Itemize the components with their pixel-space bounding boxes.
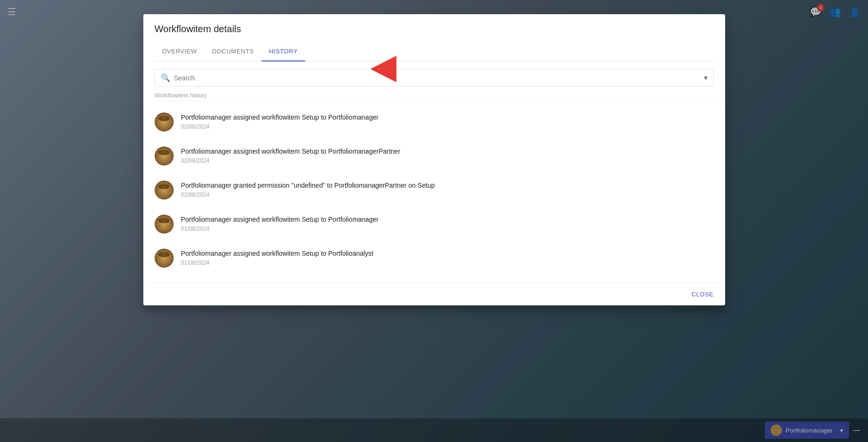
history-item-text: Portfoliomanager assigned workflowitem S… [181, 249, 714, 259]
dialog-header: Workflowitem details OVERVIEW DOCUMENTS … [143, 14, 725, 61]
avatar-image [155, 113, 174, 131]
search-bar[interactable]: 🔍 ▾ [155, 69, 714, 87]
list-item: Portfoliomanager assigned workflowitem S… [155, 241, 714, 275]
tab-documents[interactable]: DOCUMENTS [204, 42, 261, 61]
history-item-content: Portfoliomanager assigned workflowitem S… [181, 249, 714, 266]
history-item-text: Portfoliomanager assigned workflowitem S… [181, 215, 714, 225]
history-item-text: Portfoliomanager assigned workflowitem S… [181, 113, 714, 122]
tab-history[interactable]: HISTORY [262, 42, 306, 61]
tab-overview[interactable]: OVERVIEW [155, 42, 205, 61]
avatar [155, 147, 174, 165]
avatar-image [155, 215, 174, 234]
history-item-date: 02/08/2024 [181, 123, 714, 130]
history-item-date: 01/08/2024 [181, 225, 714, 232]
history-item-content: Portfoliomanager assigned workflowitem S… [181, 147, 714, 164]
list-item: Portfoliomanager assigned workflowitem S… [155, 105, 714, 139]
list-item: Portfoliomanager assigned workflowitem S… [155, 207, 714, 241]
history-item-text: Portfoliomanager granted permission "und… [181, 181, 714, 191]
history-item-content: Portfoliomanager assigned workflowitem S… [181, 113, 714, 130]
history-item-date: 02/08/2024 [181, 191, 714, 198]
dialog-body: 🔍 ▾ Workflowitem history Portfoliomanage… [143, 61, 725, 283]
avatar [155, 249, 174, 268]
history-item-date: 01/08/2024 [181, 260, 714, 266]
workflowitem-dialog: Workflowitem details OVERVIEW DOCUMENTS … [143, 14, 725, 305]
history-section-label: Workflowitem history [155, 92, 714, 101]
dialog-backdrop: Workflowitem details OVERVIEW DOCUMENTS … [0, 0, 868, 442]
avatar-image [155, 147, 174, 165]
close-button[interactable]: CLOSE [688, 287, 718, 302]
history-list: Portfoliomanager assigned workflowitem S… [155, 105, 714, 275]
dialog-footer: CLOSE [143, 283, 725, 305]
search-input[interactable] [174, 74, 704, 82]
avatar [155, 215, 174, 234]
history-item-content: Portfoliomanager assigned workflowitem S… [181, 215, 714, 232]
search-icon: 🔍 [161, 73, 170, 82]
list-item: Portfoliomanager granted permission "und… [155, 173, 714, 207]
avatar-image [155, 181, 174, 199]
tabs-container: OVERVIEW DOCUMENTS HISTORY [155, 42, 714, 61]
avatar [155, 181, 174, 199]
history-item-date: 02/08/2024 [181, 157, 714, 164]
avatar-image [155, 249, 174, 268]
search-dropdown-icon[interactable]: ▾ [704, 73, 708, 82]
history-item-content: Portfoliomanager granted permission "und… [181, 181, 714, 198]
avatar [155, 113, 174, 131]
list-item: Portfoliomanager assigned workflowitem S… [155, 139, 714, 173]
dialog-title: Workflowitem details [155, 24, 714, 35]
history-item-text: Portfoliomanager assigned workflowitem S… [181, 147, 714, 156]
